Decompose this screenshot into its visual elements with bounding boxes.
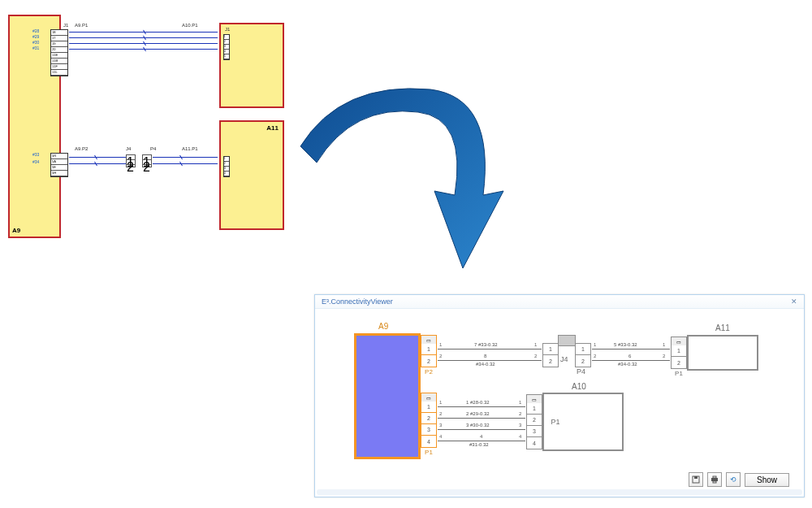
cv-port-label-p1-a10: P1 [547, 417, 564, 427]
cv-port-a9-p1[interactable]: ▭ 1 2 3 4 [421, 393, 437, 448]
label-j4: J4 [126, 146, 131, 151]
signal-tag: #29 [32, 34, 39, 39]
signal-tag: #34 [32, 159, 39, 164]
mid-connector-p4: 1 2 [142, 154, 152, 167]
cv-label-a11: A11 [715, 323, 730, 332]
cv-port-label-p2: P2 [421, 367, 437, 376]
cv-wire [438, 429, 525, 430]
label-a11p1: A11.P1 [182, 146, 198, 151]
cv-label-a9: A9 [378, 322, 388, 331]
save-icon[interactable] [689, 472, 703, 487]
cv-label-p4: P4 [577, 367, 585, 376]
cv-wire [438, 441, 525, 441]
cv-port-label-p1-a9: P1 [421, 448, 437, 457]
mid-connector-j4: 1 2 [126, 154, 136, 167]
cv-line-sig: #34-0.32 [618, 362, 637, 367]
refresh-icon[interactable]: ⟲ [726, 472, 741, 487]
label-j1-right: J1 [225, 27, 230, 32]
source-schematic: A9 J1 1 2 3 4 5 A11 1 2 3 4 J1 18 17 19 … [8, 15, 292, 250]
cv-line-num: 6 [628, 354, 631, 358]
cv-wire [438, 349, 542, 350]
svg-rect-1 [694, 476, 698, 479]
cv-port-a9-p2[interactable]: ▭ 1 2 [421, 335, 437, 367]
window-title: E³.ConnectivityViewer [322, 297, 393, 306]
a9-pin-stack-bot: 5R 5A 5E 5H [50, 153, 68, 177]
label-a9p1: A9.P1 [75, 23, 88, 28]
diagram-canvas[interactable]: A9 ▭ 1 2 P2 ▭ 1 2 3 4 P1 1 2 J4 1 2 P4 [322, 313, 797, 471]
transform-arrow [292, 73, 512, 293]
cv-line-num: 8 [484, 354, 486, 358]
signal-tag: #30 [32, 40, 39, 45]
a11-pins: 1 2 3 4 [223, 156, 230, 177]
cv-wire [438, 406, 525, 407]
cv-wire [438, 360, 542, 361]
cv-block-a9[interactable] [354, 333, 421, 459]
cv-port-a11-p1[interactable]: ▭ 1 2 [671, 336, 687, 369]
cv-port-a10-p1[interactable]: ▭ 1 2 3 4 [526, 394, 542, 449]
block-a11: A11 1 2 3 4 [219, 120, 284, 230]
a10-pins: 1 2 3 4 5 [223, 34, 230, 60]
close-icon[interactable]: ✕ [791, 297, 797, 306]
label-a10p1: A10.P1 [182, 23, 198, 28]
cv-j4[interactable]: 1 2 [542, 343, 559, 367]
label-j1-left: J1 [63, 23, 68, 28]
show-button[interactable]: Show [745, 473, 789, 487]
label-a11: A11 [266, 124, 279, 132]
cv-wire [592, 360, 670, 361]
cv-p4[interactable]: 1 2 [575, 343, 591, 367]
connectivity-viewer-window: E³.ConnectivityViewer ✕ A9 ▭ 1 2 P2 ▭ 1 … [314, 294, 805, 497]
svg-rect-2 [711, 478, 718, 481]
block-a10: J1 1 2 3 4 5 [219, 23, 284, 108]
cv-line-sig: #34-0.32 [476, 362, 495, 367]
cv-block-a11[interactable] [687, 335, 758, 371]
viewer-toolbar: ⟲ Show [689, 472, 789, 487]
cv-wire [438, 418, 525, 419]
wire [69, 157, 126, 158]
print-icon[interactable] [707, 472, 722, 487]
svg-rect-3 [713, 476, 716, 478]
label-a9p2: A9.P2 [75, 146, 88, 151]
a9-pin-stack-top: 18 17 19 20 11E 11B 11F 11L [50, 29, 68, 76]
window-titlebar: E³.ConnectivityViewer ✕ [315, 295, 804, 309]
cv-wire [592, 349, 670, 350]
wire [153, 157, 218, 158]
cv-line-num: 4 [480, 434, 482, 439]
cv-bridge [558, 335, 576, 346]
signal-tag: #28 [32, 28, 39, 33]
wire [153, 163, 218, 164]
signal-tag: #33 [32, 152, 39, 157]
cv-line-sig: #31-0.32 [469, 442, 489, 447]
svg-rect-4 [713, 481, 716, 483]
signal-tag: #31 [32, 46, 39, 50]
cv-port-label-p1-a11: P1 [671, 369, 687, 378]
label-a9: A9 [12, 227, 20, 234]
label-p4: P4 [150, 146, 156, 151]
horizontal-scrollbar[interactable] [317, 489, 802, 495]
cv-label-a10: A10 [572, 382, 586, 391]
wire [69, 163, 126, 164]
cv-label-j4: J4 [560, 355, 568, 363]
